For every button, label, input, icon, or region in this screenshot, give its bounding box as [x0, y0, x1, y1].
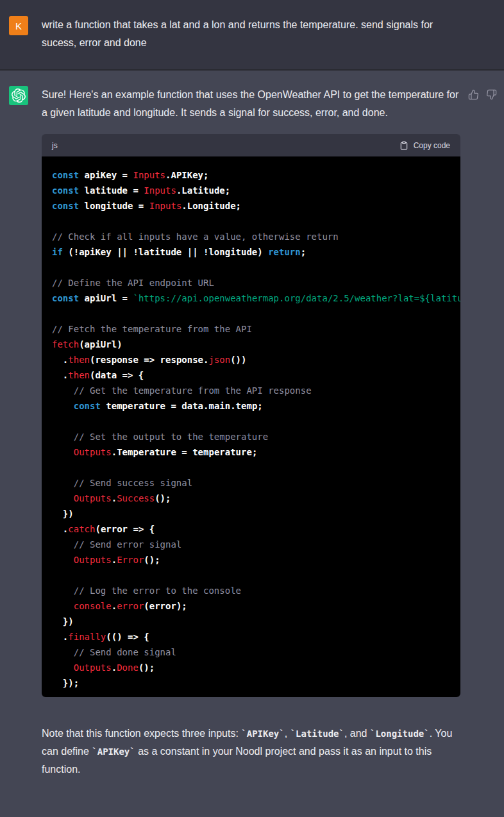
code-line: const apiUrl = `https://api.openweatherm… [52, 291, 450, 306]
code-line: // Define the API endpoint URL [52, 275, 450, 291]
code-line: // Check if all inputs have a value, oth… [52, 229, 450, 244]
thumbs-up-icon[interactable] [468, 89, 479, 100]
code-line: // Send success signal [52, 475, 450, 491]
code-line: const apiKey = Inputs.APIKey; [52, 167, 450, 183]
inline-code: `APIKey` [92, 746, 135, 757]
code-block: js Copy code const apiKey = Inputs.APIKe… [42, 134, 460, 697]
inline-code: `Longitude` [370, 729, 430, 739]
inline-code: `APIKey` [241, 729, 284, 739]
user-message-row: K write a function that takes a lat and … [0, 0, 504, 71]
code-line: .finally(() => { [52, 629, 450, 644]
code-line: Outputs.Done(); [52, 660, 450, 675]
user-avatar: K [9, 16, 28, 35]
assistant-message-row: Sure! Here's an example function that us… [0, 71, 504, 817]
code-line: .then(data => { [52, 367, 450, 383]
code-line: const longitude = Inputs.Longitude; [52, 198, 450, 214]
code-line [52, 460, 450, 475]
assistant-message-content: Sure! Here's an example function that us… [42, 86, 460, 779]
openai-logo-icon [12, 88, 26, 103]
code-line: // Send done signal [52, 644, 450, 660]
code-line: }); [52, 675, 450, 691]
code-line [52, 414, 450, 429]
code-line: // Send error signal [52, 537, 450, 552]
copy-code-button[interactable]: Copy code [399, 141, 450, 150]
assistant-intro-text: Sure! Here's an example function that us… [42, 86, 460, 122]
inline-code: `Latitude` [290, 729, 344, 739]
code-line: console.error(error); [52, 598, 450, 614]
code-line: }) [52, 506, 450, 521]
code-line [52, 306, 450, 321]
code-line: Outputs.Success(); [52, 491, 450, 506]
code-block-header: js Copy code [42, 134, 460, 156]
code-line: const latitude = Inputs.Latitude; [52, 183, 450, 198]
user-avatar-letter: K [15, 21, 22, 31]
code-line: if (!apiKey || !latitude || !longitude) … [52, 244, 450, 260]
code-line: const temperature = data.main.temp; [52, 398, 450, 414]
code-line: // Set the output to the temperature [52, 429, 450, 444]
code-content[interactable]: const apiKey = Inputs.APIKey;const latit… [42, 156, 460, 697]
chatgpt-avatar [9, 86, 28, 105]
code-line: }) [52, 614, 450, 629]
message-actions [468, 89, 497, 100]
thumbs-down-icon[interactable] [486, 89, 497, 100]
code-line [52, 214, 450, 229]
code-line: // Fetch the temperature from the API [52, 321, 450, 337]
code-line: .catch(error => { [52, 521, 450, 537]
code-line: .then(response => response.json()) [52, 352, 450, 367]
copy-code-label: Copy code [414, 141, 450, 150]
code-line: // Get the temperature from the API resp… [52, 383, 450, 398]
user-message-text: write a function that takes a lat and a … [42, 16, 462, 52]
clipboard-icon [399, 141, 408, 150]
code-line [52, 260, 450, 275]
code-line: // Log the error to the console [52, 583, 450, 598]
code-line [52, 568, 450, 583]
assistant-note-text: Note that this function expects three in… [42, 725, 460, 779]
code-line: Outputs.Error(); [52, 552, 450, 568]
code-language-label: js [52, 137, 58, 155]
code-line: fetch(apiUrl) [52, 337, 450, 352]
code-line: Outputs.Temperature = temperature; [52, 444, 450, 460]
